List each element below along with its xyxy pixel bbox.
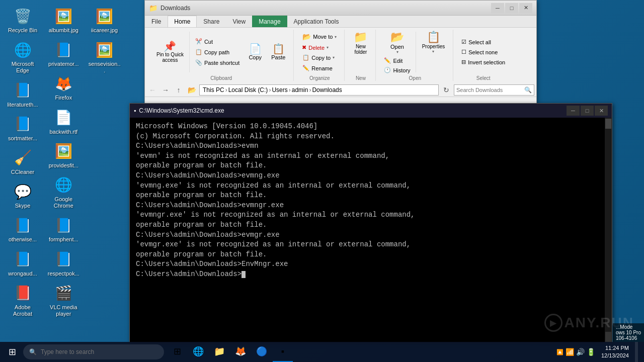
desktop-icon-privatemor[interactable]: 📘 privatemor... <box>45 38 82 69</box>
taskbar-app-edge[interactable]: 🌐 <box>188 342 208 362</box>
show-desktop-button[interactable] <box>635 342 638 362</box>
desktop-icon-recycle-bin[interactable]: 🗑️ Recycle Bin <box>4 4 41 36</box>
taskbar-app-explorer[interactable]: 📁 <box>209 342 229 362</box>
address-bar: ← → ↑ 📂 This PC › Local Disk (C:) › User… <box>145 83 536 97</box>
desktop-icon-sensevision[interactable]: 🖼️ sensevision... <box>86 38 123 76</box>
invert-selection-button[interactable]: ⊟ Invert selection <box>458 58 508 66</box>
desktop-icon-albumbit[interactable]: 🖼️ albumbit.jpg <box>45 4 82 36</box>
tray-volume-icon[interactable]: 🔊 <box>576 348 585 356</box>
desktop-icon-otherwise[interactable]: 📘 otherwise... <box>4 213 41 245</box>
path-segment-users: Users <box>272 86 287 94</box>
tab-application-tools[interactable]: Application Tools <box>287 16 346 27</box>
cut-button[interactable]: ✂️ Cut <box>192 37 243 46</box>
desktop-icon-vlc[interactable]: 🎬 VLC media player <box>45 281 82 319</box>
desktop-icon-firefox[interactable]: 🦊 Firefox <box>45 71 82 103</box>
paste-shortcut-button[interactable]: 📎 Paste shortcut <box>192 58 243 67</box>
open-button[interactable]: 📂 Open ▾ <box>381 30 413 55</box>
desktop-icon-backwith[interactable]: 📄 backwith.rtf <box>45 106 82 137</box>
move-icon: 📂 <box>302 33 311 41</box>
taskbar-app-firefox[interactable]: 🦊 <box>230 342 251 362</box>
desktop-icon-iicareer[interactable]: 🖼️ iicareer.jpg <box>86 4 123 36</box>
organize-group: 📂 Move to ▾ ✖ Delete ▾ 📋 Copy to ▾ <box>295 30 345 81</box>
separator <box>189 32 190 72</box>
tray-overflow-icon[interactable]: 🔼 <box>556 349 564 355</box>
close-button[interactable]: ✕ <box>519 3 532 13</box>
copy-icon: 📄 <box>249 44 262 54</box>
desktop-icon-providesfit[interactable]: 🖼️ providesfit... <box>45 139 82 171</box>
start-button[interactable]: ⊞ <box>2 342 22 362</box>
delete-button[interactable]: ✖ Delete ▾ <box>299 43 340 52</box>
select-all-button[interactable]: ☑ Select all <box>458 38 508 46</box>
desktop-icon-literature[interactable]: 📘 literatureth... <box>4 78 41 110</box>
select-none-label: Select none <box>468 49 498 55</box>
cmd-window-controls: ─ □ ✕ <box>567 106 608 116</box>
cmd-maximize-button[interactable]: □ <box>581 106 594 116</box>
cmd-icon: ▪ <box>281 346 284 357</box>
select-all-label: Select all <box>468 39 491 45</box>
desktop-icon-wrongaud[interactable]: 📘 wrongaud... <box>4 247 41 279</box>
tab-share[interactable]: Share <box>197 16 226 27</box>
taskbar-app-chrome[interactable]: 🔵 <box>252 342 272 362</box>
tab-file[interactable]: File <box>145 16 168 27</box>
desktop-icon-sortmatter[interactable]: 📘 sortmatter... <box>4 112 41 144</box>
tab-home[interactable]: Home <box>168 16 197 27</box>
properties-button[interactable]: 📋 Properties ▾ <box>418 30 449 55</box>
tab-manage[interactable]: Manage <box>252 16 287 27</box>
tray-battery-icon[interactable]: 🔋 <box>587 348 595 356</box>
recent-locations-button[interactable]: 📂 <box>186 84 197 96</box>
edit-icon: ✏️ <box>384 57 391 64</box>
desktop-icon-ccleaner[interactable]: 🧹 CCleaner <box>4 146 41 177</box>
refresh-button[interactable]: ↻ <box>441 84 452 96</box>
search-input[interactable] <box>456 87 522 93</box>
backwith-label: backwith.rtf <box>50 129 78 135</box>
copy-to-button[interactable]: 📋 Copy to ▾ <box>299 53 340 62</box>
taskbar-clock[interactable]: 11:24 PM 12/13/2024 <box>597 344 633 360</box>
desktop-icon-chrome[interactable]: 🌐 Google Chrome <box>45 173 82 211</box>
organize-actions: 📂 Move to ▾ ✖ Delete ▾ 📋 Copy to ▾ <box>299 31 340 73</box>
cmd-line-8: 'evmng.exe' is not recognized as an inte… <box>136 181 599 191</box>
open-group-label: Open <box>409 74 421 81</box>
delete-icon: ✖ <box>302 44 306 51</box>
address-path[interactable]: This PC › Local Disk (C:) › Users › admi… <box>199 84 439 96</box>
desktop-icon-formphent[interactable]: 📘 formphent... <box>45 213 82 245</box>
file-explorer-titlebar: 📁 Downloads ─ □ ✕ <box>145 1 536 16</box>
cmd-minimize-button[interactable]: ─ <box>567 106 580 116</box>
cmd-line-7: C:\Users\admin\Downloads>evmng.exe <box>136 171 599 181</box>
taskbar-app-task-view[interactable]: ⊞ <box>167 342 187 362</box>
paste-button[interactable]: 📋 Paste <box>267 42 289 62</box>
edit-button[interactable]: ✏️ Edit <box>381 56 413 65</box>
copy-button[interactable]: 📄 Copy <box>244 42 266 62</box>
desktop-icon-skype[interactable]: 💬 Skype <box>4 179 41 211</box>
taskbar-search-input[interactable] <box>41 348 158 355</box>
clipboard-group: 📌 Pin to Quickaccess ✂️ Cut 📋 Copy path <box>149 30 294 81</box>
desktop-icon-adobe[interactable]: 📕 Adobe Acrobat <box>4 281 41 319</box>
taskbar-search-bar[interactable]: 🔍 <box>23 344 164 359</box>
tab-view[interactable]: View <box>226 16 252 27</box>
pin-to-quick-access-button[interactable]: 📌 Pin to Quickaccess <box>153 39 187 65</box>
properties-dropdown-icon: ▾ <box>432 49 434 54</box>
edge-label: Microsoft Edge <box>6 61 39 74</box>
cmd-close-button[interactable]: ✕ <box>595 106 608 116</box>
albumbit-icon: 🖼️ <box>53 6 73 26</box>
copy-path-button[interactable]: 📋 Copy path <box>192 47 243 57</box>
rename-button[interactable]: ✏️ Rename <box>299 63 340 73</box>
minimize-button[interactable]: ─ <box>491 3 504 13</box>
privatemor-label: privatemor... <box>48 61 79 67</box>
history-button[interactable]: 🕐 History <box>381 66 413 74</box>
back-button[interactable]: ← <box>147 84 158 96</box>
new-label: New <box>356 74 366 81</box>
forward-button[interactable]: → <box>160 84 171 96</box>
ccleaner-label: CCleaner <box>11 169 34 175</box>
cmd-scrollbar[interactable] <box>605 118 612 343</box>
select-none-button[interactable]: ☐ Select none <box>458 48 508 56</box>
cmd-content[interactable]: Microsoft Windows [Version 10.0.19045.40… <box>130 118 605 343</box>
copy-to-icon: 📋 <box>302 54 309 61</box>
maximize-button[interactable]: □ <box>505 3 518 13</box>
up-button[interactable]: ↑ <box>173 84 184 96</box>
taskbar-app-cmd[interactable]: ▪ <box>273 342 293 362</box>
new-folder-button[interactable]: 📁 Newfolder <box>350 30 371 56</box>
desktop-icon-edge[interactable]: 🌐 Microsoft Edge <box>4 38 41 76</box>
move-to-button[interactable]: 📂 Move to ▾ <box>299 31 340 42</box>
tray-network-icon[interactable]: 📶 <box>566 348 574 356</box>
desktop-icon-respectpok[interactable]: 📘 respectpok... <box>45 247 82 279</box>
